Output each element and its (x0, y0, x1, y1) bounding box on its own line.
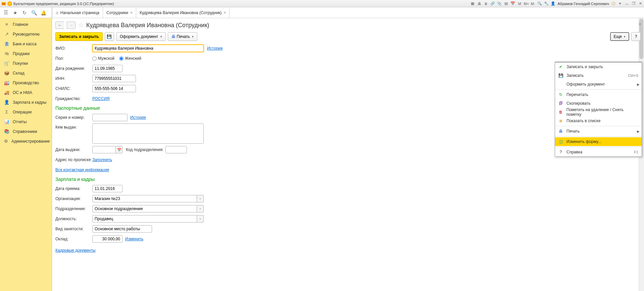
print-icon[interactable]: 🖶 (477, 1, 482, 6)
gender-male-radio[interactable]: Мужской (92, 56, 114, 61)
dept-input[interactable] (92, 205, 197, 212)
sidebar-item-label: Операции (13, 110, 32, 114)
hr-docs-link[interactable]: Кадровые документы (55, 248, 96, 253)
calc-icon[interactable]: ▤ (504, 1, 508, 6)
menu-reread[interactable]: ↻Перечитать (555, 90, 642, 99)
print-button[interactable]: 🖶Печать▾ (168, 32, 197, 41)
hire-date-input[interactable] (92, 185, 122, 192)
tool-icon[interactable]: 🔧 (544, 1, 549, 6)
favorite-star-icon[interactable]: ☆ (78, 21, 84, 29)
sidebar-item-operations[interactable]: ΣОперации (0, 107, 52, 117)
app-dropdown-icon[interactable]: ▾ (7, 1, 12, 6)
help-button[interactable]: ? (631, 32, 641, 41)
menu-help[interactable]: ?СправкаF1 (555, 148, 642, 156)
button-label: Оформить документ (120, 34, 158, 39)
doc-icon[interactable]: 🗎 (484, 1, 488, 6)
close-icon[interactable]: × (130, 10, 133, 15)
snils-input[interactable] (92, 85, 136, 92)
close-page-icon[interactable]: × (639, 21, 641, 27)
menu-print[interactable]: 🖶Печать▶ (555, 127, 642, 136)
history-link[interactable]: История (207, 46, 223, 51)
sidebar-item-reports[interactable]: 📊Отчеты (0, 117, 52, 127)
user-name[interactable]: Абрамов Геннадий Сергеевич (557, 2, 609, 6)
m-minus-icon[interactable]: M- (531, 1, 535, 6)
tab-current[interactable]: Кудрявцева Валерия Ивановна (Сотрудник) … (136, 7, 230, 18)
calendar-icon[interactable]: 📅 (116, 146, 122, 153)
menu-format-doc[interactable]: Оформить документ▶ (555, 80, 642, 89)
issue-date-input[interactable] (92, 146, 116, 153)
position-input[interactable] (92, 215, 197, 223)
star-icon[interactable]: ★ (12, 10, 18, 16)
sidebar-item-production[interactable]: 🏭Производство (0, 78, 52, 88)
sidebar-icon: ≡ (4, 22, 9, 27)
sidebar-item-warehouse[interactable]: 📦Склад (0, 68, 52, 78)
inn-input[interactable] (92, 75, 136, 82)
form-icon: ◫ (558, 139, 563, 144)
apps-icon[interactable]: ⠿ (3, 10, 9, 16)
zoom-icon[interactable]: 🔍 (537, 1, 542, 6)
sidebar-item-admin[interactable]: ⚙Администрирование (0, 136, 52, 146)
history-link[interactable]: История (130, 115, 146, 120)
gender-female-radio[interactable]: Женский (119, 56, 141, 61)
unit-code-input[interactable] (165, 146, 187, 153)
snils-label: СНИЛС: (55, 86, 92, 91)
sidebar-item-sales[interactable]: 🛍Продажи (0, 49, 52, 58)
search-icon[interactable]: 🔍 (31, 10, 37, 16)
change-link[interactable]: Изменить (125, 237, 143, 241)
sidebar-icon: 🏭 (4, 80, 9, 85)
bell-icon[interactable]: 🔔 (40, 10, 46, 16)
dropdown-icon[interactable]: ▾ (618, 1, 623, 6)
select-icon[interactable]: ▫ (197, 215, 204, 223)
fio-input[interactable] (92, 45, 204, 52)
fill-link[interactable]: Заполнить (92, 157, 112, 162)
forward-button[interactable]: → (67, 21, 76, 29)
tab-home[interactable]: ⌂ Начальная страница (52, 7, 103, 18)
date-icon[interactable]: 📅 (510, 1, 515, 6)
menu-change-form[interactable]: ◫Изменить форму... (555, 137, 642, 146)
tab-employees[interactable]: Сотрудники × (103, 7, 136, 18)
sidebar-item-assets[interactable]: 🚚ОС и НМА (0, 88, 52, 97)
close-icon[interactable]: ✕ (638, 1, 643, 6)
save-icon: 💾 (558, 73, 563, 78)
select-icon[interactable]: ▫ (197, 195, 204, 202)
more-button[interactable]: Еще▾ (610, 32, 629, 41)
sidebar-item-bank[interactable]: 🏦Банк и касса (0, 39, 52, 49)
save-close-button[interactable]: Записать и закрыть (55, 32, 103, 41)
org-label: Организация: (55, 196, 92, 201)
menu-label: Пометить на удаление / Снять пометку (566, 107, 638, 117)
restore-icon[interactable]: ❐ (631, 1, 636, 6)
sidebar-item-manager[interactable]: ↗Руководителю (0, 29, 52, 39)
print-icon: 🖶 (171, 34, 176, 39)
link-icon[interactable]: 🔗 (490, 1, 495, 6)
clip-icon[interactable]: 📎 (497, 1, 502, 6)
save-button[interactable]: 💾 (105, 32, 114, 41)
select-icon[interactable]: ▫ (197, 205, 204, 212)
menu-label: Изменить форму... (566, 139, 601, 144)
back-button[interactable]: ← (55, 21, 64, 29)
sidebar-item-directories[interactable]: 📚Справочники (0, 127, 52, 136)
org-input[interactable] (92, 195, 197, 202)
m-plus-icon[interactable]: M+ (524, 1, 529, 6)
m-icon[interactable]: M (517, 1, 522, 6)
sidebar-item-main[interactable]: ≡Главное (0, 19, 52, 29)
sidebar-item-salary[interactable]: 👤Зарплата и кадры (0, 97, 52, 107)
issued-by-input[interactable] (92, 124, 204, 144)
minimize-icon[interactable]: — (625, 1, 629, 6)
dob-input[interactable] (92, 65, 122, 72)
series-input[interactable] (92, 114, 128, 121)
sidebar-item-purchases[interactable]: 🛒Покупки (0, 58, 52, 68)
all-contacts-link[interactable]: Вся контактная информация (55, 167, 109, 172)
citizenship-link[interactable]: РОССИЯ (92, 96, 110, 101)
close-icon[interactable]: × (224, 10, 226, 15)
menu-show-list[interactable]: ≣Показать в списке (555, 116, 642, 125)
menu-copy[interactable]: 🗐Скопировать (555, 99, 642, 108)
history-icon[interactable]: ↻ (21, 10, 28, 16)
format-doc-button[interactable]: Оформить документ▾ (116, 32, 166, 41)
emp-type-input[interactable] (92, 225, 152, 233)
menu-save[interactable]: 💾ЗаписатьCtrl+S (555, 71, 642, 80)
info-icon[interactable]: ⓘ (611, 1, 616, 6)
menu-save-close[interactable]: ✔Записать и закрыть (555, 62, 642, 71)
menu-mark-delete[interactable]: 🗑Пометить на удаление / Снять пометку (555, 108, 642, 116)
salary-input[interactable] (92, 235, 122, 243)
grid-icon[interactable]: ▦ (470, 1, 475, 6)
